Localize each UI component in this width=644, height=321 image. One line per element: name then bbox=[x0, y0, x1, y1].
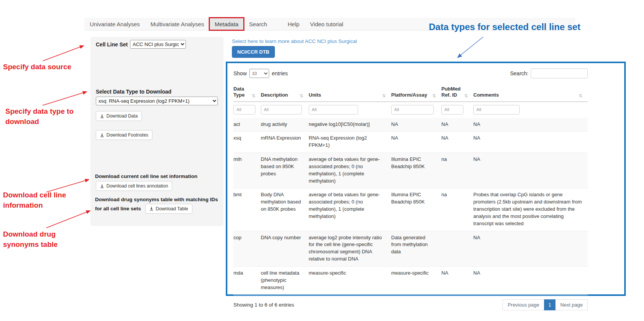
download-cell-lines-annotation-label: Download cell lines annotation bbox=[106, 183, 168, 189]
table-row: bmt Body DNA methylation based on 850K p… bbox=[233, 188, 588, 231]
cell-data-type: mda bbox=[233, 267, 261, 295]
column-label: Data Type bbox=[233, 86, 252, 99]
arrow-data-types-table bbox=[458, 37, 483, 57]
download-footnotes-button[interactable]: Download Footnotes bbox=[96, 130, 152, 140]
cell-data-type: xsq bbox=[233, 132, 261, 153]
data-types-table-panel: Show 10 entries Search: Data Type⇅ Descr… bbox=[226, 62, 626, 296]
download-data-button[interactable]: Download Data bbox=[96, 111, 142, 121]
sort-icon[interactable]: ⇅ bbox=[432, 94, 436, 99]
cell-data-type: act bbox=[233, 118, 261, 132]
cell-comments: NA bbox=[473, 132, 588, 153]
filter-input-platform-assay[interactable] bbox=[391, 105, 434, 114]
cell-platform: measure-specific bbox=[391, 267, 441, 295]
sort-icon[interactable]: ⇅ bbox=[382, 94, 386, 99]
tab-metadata[interactable]: Metadata bbox=[209, 18, 244, 30]
cell-description: drug activity bbox=[261, 118, 309, 132]
download-icon bbox=[100, 184, 104, 188]
cell-units: average of beta values for gene-associat… bbox=[309, 188, 391, 231]
cell-comments: NA bbox=[473, 267, 588, 295]
cell-units: average of beta values for gene-associat… bbox=[309, 153, 391, 188]
column-label: Comments bbox=[473, 92, 499, 98]
page-number-button[interactable]: 1 bbox=[544, 299, 556, 310]
search-label: Search: bbox=[510, 70, 528, 76]
entries-label: entries bbox=[272, 70, 288, 76]
data-type-label: Select Data Type to Download bbox=[96, 89, 171, 95]
column-label: Units bbox=[309, 92, 321, 98]
table-row: mda cell line metadata (phenotypic measu… bbox=[233, 267, 588, 295]
arrow-data-source bbox=[43, 46, 84, 61]
sort-icon[interactable]: ⇅ bbox=[252, 94, 255, 99]
cell-description: DNA methylation based on 850K probes bbox=[261, 153, 309, 188]
cell-units: average log2 probe intensity ratio for t… bbox=[309, 231, 391, 266]
show-label: Show bbox=[233, 70, 247, 76]
table-row: xsq mRNA Expression RNA-seq Expression (… bbox=[233, 132, 588, 153]
download-table-button[interactable]: Download Table bbox=[145, 204, 192, 214]
cell-pubmed: NA bbox=[441, 267, 473, 295]
cell-pubmed: NA bbox=[441, 132, 473, 153]
cell-platform: NA bbox=[391, 118, 441, 132]
table-row: cop DNA copy number average log2 probe i… bbox=[233, 231, 588, 266]
cell-pubmed bbox=[441, 231, 473, 266]
learn-more-link[interactable]: Select here to learn more about ACC NCI … bbox=[232, 38, 357, 44]
cell-line-set-select[interactable]: ACC NCI plus Surgical bbox=[130, 40, 186, 49]
tab-search[interactable]: Search bbox=[244, 18, 273, 30]
annotation-specify-data-type: Specify data type to download bbox=[5, 106, 88, 127]
column-header-platform-assay[interactable]: Platform/Assay⇅ bbox=[391, 84, 441, 102]
column-header-units[interactable]: Units⇅ bbox=[309, 84, 391, 102]
filter-input-data-type[interactable] bbox=[233, 105, 255, 114]
search-input[interactable] bbox=[531, 68, 588, 78]
cell-units: measure-specific bbox=[309, 267, 391, 295]
data-source-button[interactable]: NCI/CCR DTB bbox=[232, 46, 275, 58]
column-header-description[interactable]: Description⇅ bbox=[261, 84, 309, 102]
download-icon bbox=[100, 133, 104, 137]
cell-description: Body DNA methylation based on 850K probe… bbox=[261, 188, 309, 231]
tab-help[interactable]: Help bbox=[282, 18, 305, 30]
column-label: PubMed Ref. ID bbox=[441, 86, 464, 99]
cell-data-type: mth bbox=[233, 153, 261, 188]
cell-data-type: cop bbox=[233, 231, 261, 266]
annotation-download-drug-synonyms: Download drug synonyms table bbox=[3, 229, 65, 249]
tab-video-tutorial[interactable]: Video tutorial bbox=[305, 18, 349, 30]
cell-description: DNA copy number bbox=[261, 231, 309, 266]
sort-icon[interactable]: ⇅ bbox=[300, 94, 303, 99]
arrow-drug-synonyms bbox=[46, 211, 90, 228]
cell-platform: Illumina EPIC Beadchip 850K bbox=[391, 188, 441, 231]
column-header-pubmed-ref-id[interactable]: PubMed Ref. ID⇅ bbox=[441, 84, 473, 102]
cell-comments: NA bbox=[473, 153, 588, 188]
page-length-select[interactable]: 10 bbox=[249, 69, 269, 78]
column-header-data-type[interactable]: Data Type⇅ bbox=[233, 84, 261, 102]
sort-icon[interactable]: ⇅ bbox=[579, 94, 582, 99]
filter-input-pubmed-ref-id[interactable] bbox=[441, 105, 463, 114]
cell-platform: Illumina EPIC Beadchip 850K bbox=[391, 153, 441, 188]
column-header-comments[interactable]: Comments⇅ bbox=[473, 84, 588, 102]
drug-synonyms-heading: Download drug synonyms table with matchi… bbox=[95, 196, 219, 214]
filter-input-description[interactable] bbox=[261, 105, 302, 114]
cell-units: negative log10[IC50(molar)] bbox=[309, 118, 391, 132]
download-icon bbox=[149, 207, 154, 211]
cell-comments: NA bbox=[473, 231, 588, 266]
arrow-data-type bbox=[43, 92, 87, 105]
filter-input-units[interactable] bbox=[309, 105, 358, 114]
cell-pubmed: na bbox=[441, 153, 473, 188]
table-summary: Showing 1 to 6 of 6 entries bbox=[233, 302, 294, 308]
cell-pubmed: NA bbox=[441, 118, 473, 132]
sidebar-panel: Cell Line Set ACC NCI plus Surgical Sele… bbox=[90, 37, 224, 226]
tab-multivariate-analyses[interactable]: Multivariate Analyses bbox=[145, 18, 209, 30]
cell-units: RNA-seq Expression (log2 FPKM+1) bbox=[309, 132, 391, 153]
sort-icon[interactable]: ⇅ bbox=[464, 94, 468, 99]
filter-input-comments[interactable] bbox=[473, 105, 520, 114]
next-page-button[interactable]: Next page bbox=[555, 299, 588, 310]
cell-data-type: bmt bbox=[233, 188, 261, 231]
annotation-download-cell-line-info: Download cell line information bbox=[3, 190, 75, 210]
download-footnotes-label: Download Footnotes bbox=[106, 132, 148, 138]
download-cell-lines-annotation-button[interactable]: Download cell lines annotation bbox=[96, 181, 172, 191]
data-type-select[interactable]: xsq: RNA-seq Expression (log2 FPKM+1) bbox=[96, 97, 218, 105]
tab-univariate-analyses[interactable]: Univariate Analyses bbox=[84, 18, 145, 30]
cell-line-info-heading: Download current cell line set informati… bbox=[95, 173, 197, 181]
annotation-data-types-title: Data types for selected cell line set bbox=[429, 22, 581, 32]
cell-comments: NA bbox=[473, 118, 588, 132]
annotation-specify-data-source: Specify data source bbox=[3, 62, 83, 72]
table-row: mth DNA methylation based on 850K probes… bbox=[233, 153, 588, 188]
previous-page-button[interactable]: Previous page bbox=[503, 299, 544, 310]
cell-pubmed: na bbox=[441, 188, 473, 231]
